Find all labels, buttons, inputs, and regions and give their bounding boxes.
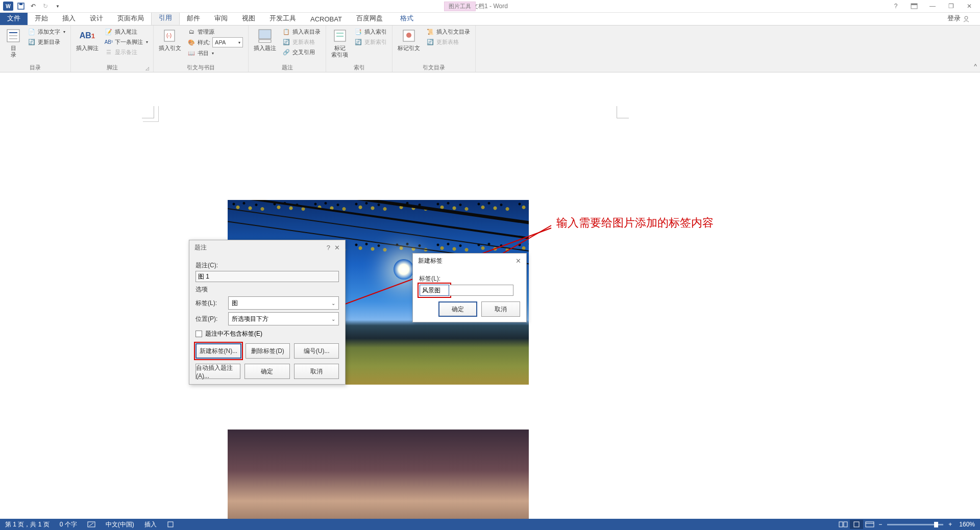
login-button[interactable]: 登录: [942, 12, 980, 25]
insert-toa-button[interactable]: 📜插入引文目录: [424, 27, 472, 37]
undo-icon[interactable]: ↶: [29, 2, 38, 11]
insert-index-button[interactable]: 📑插入索引: [352, 27, 389, 37]
caption-field-input[interactable]: [195, 271, 339, 282]
insert-caption-button[interactable]: 插入题注: [252, 27, 278, 53]
citation-icon: (-): [162, 28, 178, 44]
new-label-cancel-button[interactable]: 取消: [481, 301, 520, 317]
document-canvas[interactable]: 输入需要给图片添加的标签内容 题注 ? ✕ 题注(C): 选项 标签(L):: [0, 72, 980, 519]
update-index-icon: 🔄: [354, 38, 362, 46]
tab-insert[interactable]: 插入: [55, 12, 83, 25]
mark-index-entry-button[interactable]: 标记 索引项: [329, 27, 350, 59]
minimize-icon[interactable]: —: [925, 1, 940, 11]
delete-label-button[interactable]: 删除标签(D): [246, 343, 290, 359]
exclude-label-text: 题注中不包含标签(E): [205, 330, 262, 338]
update-toa-button[interactable]: 🔄更新表格: [424, 37, 472, 47]
tab-acrobat[interactable]: ACROBAT: [303, 13, 349, 25]
toc-button[interactable]: 目 录: [3, 27, 23, 59]
zoom-out-button[interactable]: −: [876, 521, 884, 528]
tab-references[interactable]: 引用: [151, 11, 180, 25]
qat-dropdown-icon[interactable]: ▼: [53, 2, 62, 11]
zoom-slider[interactable]: [887, 524, 943, 525]
group-citations: (-) 插入引文 🗂管理源 🎨 样式: APA▾ 📖书目▾ 引文与书目: [154, 26, 249, 72]
status-page[interactable]: 第 1 页，共 1 页: [0, 520, 55, 529]
tab-format[interactable]: 格式: [393, 12, 421, 25]
svg-point-4: [965, 16, 968, 19]
tab-design[interactable]: 设计: [83, 12, 110, 25]
crossref-icon: 🔗: [282, 48, 290, 56]
status-insert-mode[interactable]: 插入: [139, 520, 162, 529]
new-label-close-icon[interactable]: ✕: [516, 257, 521, 265]
caption-ok-button[interactable]: 确定: [244, 364, 289, 379]
insert-footnote-button[interactable]: AB1 插入脚注: [74, 27, 101, 53]
zoom-in-button[interactable]: +: [946, 521, 954, 528]
citation-style-button[interactable]: 🎨 样式: APA▾: [185, 37, 245, 48]
new-label-button[interactable]: 新建标签(N)...: [195, 343, 241, 359]
document-title: 文档1 - Word: [472, 2, 508, 11]
toc-label: 目 录: [11, 45, 16, 58]
mark-citation-button[interactable]: 标记引文: [396, 27, 422, 53]
tab-baidu[interactable]: 百度网盘: [349, 12, 390, 25]
new-label-ok-button[interactable]: 确定: [438, 301, 477, 317]
exclude-label-checkbox[interactable]: [195, 331, 202, 337]
autocaption-button[interactable]: 自动插入题注(A)...: [195, 364, 240, 379]
insert-citation-button[interactable]: (-) 插入引文: [157, 27, 183, 53]
tab-file[interactable]: 文件: [0, 12, 28, 25]
show-notes-button[interactable]: ☰显示备注: [103, 47, 150, 57]
restore-icon[interactable]: ❐: [943, 1, 959, 11]
position-select[interactable]: 所选项目下方 ⌄: [228, 312, 339, 325]
tab-review[interactable]: 审阅: [207, 12, 235, 25]
insert-tof-button[interactable]: 📋插入表目录: [280, 27, 323, 37]
new-label-input-extend[interactable]: [449, 285, 513, 296]
update-toc-button[interactable]: 🔄更新目录: [26, 37, 67, 47]
toa-icon: [401, 28, 417, 44]
collapse-ribbon-icon[interactable]: ^: [974, 63, 977, 70]
label-select[interactable]: 图 ⌄: [228, 296, 339, 310]
caption-dialog-titlebar[interactable]: 题注 ? ✕: [189, 240, 345, 255]
add-text-button[interactable]: 📄添加文字▾: [26, 27, 67, 37]
margin-corner-tr: [617, 106, 629, 118]
caption-cancel-button[interactable]: 取消: [294, 364, 339, 379]
status-proofing-icon[interactable]: [82, 521, 101, 528]
insert-endnote-button[interactable]: 📝插入尾注: [103, 27, 150, 37]
caption-dialog-help-icon[interactable]: ?: [327, 244, 330, 251]
tab-developer[interactable]: 开发工具: [262, 12, 303, 25]
save-icon[interactable]: [16, 2, 26, 11]
ribbon-display-options-icon[interactable]: [906, 1, 922, 11]
web-layout-icon[interactable]: [863, 520, 876, 529]
tab-layout[interactable]: 页面布局: [110, 12, 151, 25]
status-word-count[interactable]: 0 个字: [55, 520, 82, 529]
status-language[interactable]: 中文(中国): [101, 520, 139, 529]
print-layout-icon[interactable]: [850, 520, 863, 529]
tab-mailings[interactable]: 邮件: [180, 12, 207, 25]
add-text-icon: 📄: [28, 28, 36, 36]
position-select-value: 所选项目下方: [232, 315, 268, 323]
ribbon: 目 录 📄添加文字▾ 🔄更新目录 目录 AB1 插入脚注 📝插入尾注 AB¹下一…: [0, 26, 980, 72]
new-label-input[interactable]: [420, 285, 449, 296]
new-label-dialog-titlebar[interactable]: 新建标签 ✕: [413, 254, 526, 268]
status-macro-icon[interactable]: [162, 521, 179, 528]
show-notes-icon: ☰: [105, 48, 113, 56]
update-tof-button[interactable]: 🔄更新表格: [280, 37, 323, 47]
tab-home[interactable]: 开始: [28, 12, 55, 25]
update-toa-icon: 🔄: [426, 38, 434, 46]
zoom-slider-thumb[interactable]: [934, 522, 938, 527]
next-footnote-button[interactable]: AB¹下一条脚注▾: [103, 37, 150, 47]
close-icon[interactable]: ✕: [962, 1, 977, 11]
inserted-image-2[interactable]: [228, 430, 529, 519]
style-combo[interactable]: APA▾: [212, 37, 243, 47]
read-mode-icon[interactable]: [837, 520, 850, 529]
footnotes-launcher-icon[interactable]: ◿: [145, 66, 149, 71]
numbering-button[interactable]: 编号(U)...: [294, 343, 339, 359]
group-label-toa: 引文目录: [396, 63, 472, 72]
help-icon[interactable]: ?: [888, 1, 903, 11]
update-index-button[interactable]: 🔄更新索引: [352, 37, 389, 47]
cross-reference-button[interactable]: 🔗交叉引用: [280, 47, 323, 57]
biblio-icon: 📖: [187, 49, 195, 57]
manage-sources-button[interactable]: 🗂管理源: [185, 27, 245, 37]
bibliography-button[interactable]: 📖书目▾: [185, 48, 245, 58]
ribbon-tabs: 文件 开始 插入 设计 页面布局 引用 邮件 审阅 视图 开发工具 ACROBA…: [0, 13, 980, 26]
redo-icon[interactable]: ↻: [41, 2, 50, 11]
tab-view[interactable]: 视图: [235, 12, 262, 25]
caption-dialog-close-icon[interactable]: ✕: [334, 244, 340, 251]
zoom-level[interactable]: 160%: [954, 521, 980, 528]
